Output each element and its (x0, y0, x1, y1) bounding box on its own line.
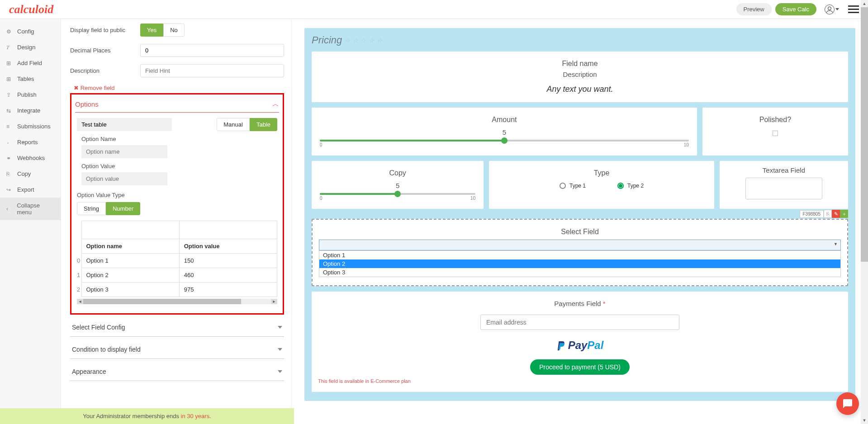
sidebar-item-copy[interactable]: ⎘Copy (0, 166, 61, 182)
manual-btn[interactable]: Manual (217, 118, 250, 131)
display-toggle: Yes No (140, 24, 185, 37)
sidebar-item-submissions[interactable]: ≡Submissions (0, 118, 61, 134)
chat-fab[interactable] (836, 392, 859, 415)
save-button[interactable]: Save Calc (775, 3, 816, 15)
accordion-label: Select Field Config (72, 324, 125, 331)
polished-checkbox[interactable] (773, 131, 778, 136)
field-id-badge: F398805 (800, 210, 824, 218)
textarea-input[interactable] (745, 178, 822, 199)
decimal-label: Decimal Places (70, 47, 140, 54)
paypal-logo: PayPal (318, 339, 842, 352)
fieldname-anytext: Any text you want. (318, 85, 842, 94)
table-name-input[interactable] (77, 118, 172, 131)
sidebar-item-label: Reports (17, 139, 38, 146)
sidebar-item-tables[interactable]: ⊞Tables (0, 71, 61, 87)
card-fieldname: Field name Description Any text you want… (312, 52, 848, 102)
sidebar-item-label: Copy (17, 170, 31, 177)
hscroll-track[interactable] (83, 299, 271, 304)
dropdown-option[interactable]: Option 1 (319, 251, 840, 259)
table-row[interactable]: 1 Option 2 460 (77, 268, 277, 283)
card-copy: Copy 5 010 (312, 161, 484, 209)
dropdown-option[interactable]: Option 2 (319, 259, 840, 268)
options-table: Option name Option value 0 Option 1 150 … (77, 221, 277, 297)
card-select[interactable]: F398805 ⎘ ✎ ＋ Select Field Option 1 Opti… (312, 219, 848, 286)
table-row[interactable]: 2 Option 3 975 (77, 283, 277, 297)
textarea-label: Textarea Field (724, 166, 844, 174)
sidebar-item-export[interactable]: ↪Export (0, 182, 61, 198)
integrate-icon: ⇆ (6, 108, 13, 114)
scroll-thumb[interactable] (861, 7, 868, 262)
sidebar-item-publish[interactable]: ⇪Publish (0, 87, 61, 103)
desc-input[interactable] (140, 64, 284, 77)
edit-field-button[interactable]: ✎ (832, 210, 840, 218)
string-btn[interactable]: String (77, 202, 106, 215)
membership-bar: Your Administrator membership ends in 30… (0, 408, 294, 424)
accordion-appearance[interactable]: Appearance (70, 363, 284, 381)
dropdown-list: Option 1 Option 2 Option 3 (319, 250, 841, 277)
sidebar-item-label: Design (17, 44, 35, 51)
filter-value-input[interactable] (184, 225, 272, 235)
user-icon (825, 5, 835, 14)
sidebar-item-reports[interactable]: ⬪Reports (0, 134, 61, 150)
row-index: 1 (77, 268, 81, 283)
opt-type-label: Option Value Type (77, 192, 277, 198)
accordion-config[interactable]: Select Field Config (70, 318, 284, 337)
display-no[interactable]: No (163, 24, 185, 37)
hscrollbar[interactable]: ◄ ► (77, 299, 277, 304)
radio-type2[interactable]: Type 2 (617, 182, 644, 189)
scroll-down-arrow[interactable]: ▼ (861, 417, 868, 424)
remove-field-link[interactable]: ✖ Remove field (74, 85, 284, 91)
logo[interactable]: calculoid (9, 3, 53, 16)
table-btn[interactable]: Table (250, 118, 277, 131)
proceed-button[interactable]: Proceed to payment (5 USD) (530, 359, 630, 375)
sidebar-item-config[interactable]: ⚙Config (0, 24, 61, 39)
opt-value-input[interactable] (81, 172, 167, 185)
copy-slider[interactable]: 5 010 (318, 182, 477, 201)
rating-stars[interactable]: ☆ ☆ ☆ ☆ ☆ (345, 37, 382, 44)
cell-value: 150 (179, 254, 277, 268)
hscroll-right[interactable]: ► (271, 299, 277, 304)
user-menu[interactable] (825, 5, 839, 14)
accordion-label: Appearance (72, 368, 106, 375)
sidebar-item-integrate[interactable]: ⇆Integrate (0, 103, 61, 118)
sidebar-item-design[interactable]: 𝑇Design (0, 39, 61, 55)
card-textarea: Textarea Field (720, 161, 848, 209)
header-row: Option name Option value (77, 239, 277, 254)
polished-label: Polished? (709, 116, 842, 124)
table-row[interactable]: 0 Option 1 150 (77, 254, 277, 268)
page-scrollbar[interactable]: ▲ ▼ (861, 0, 868, 424)
sidebar-item-webhooks[interactable]: ⚭Webhooks (0, 150, 61, 166)
chevron-up-icon: ︿ (272, 100, 279, 108)
hscroll-thumb[interactable] (83, 299, 241, 304)
accordion-condition[interactable]: Condition to display field (70, 340, 284, 359)
required-star: * (603, 300, 606, 307)
options-header[interactable]: Options ︿ (75, 98, 279, 113)
remove-field-text: Remove field (81, 85, 115, 91)
reports-icon: ⬪ (6, 139, 13, 146)
sidebar-item-label: Export (17, 186, 34, 193)
hamburger-menu[interactable] (848, 4, 859, 15)
add-field-button[interactable]: ＋ (840, 210, 848, 218)
decimal-input[interactable] (140, 44, 284, 57)
select-badges: F398805 ⎘ ✎ ＋ (800, 210, 848, 218)
email-input[interactable] (480, 315, 679, 330)
filter-name-input[interactable] (86, 225, 175, 235)
display-yes[interactable]: Yes (140, 24, 163, 37)
cell-name: Option 2 (81, 268, 179, 283)
radio-type1[interactable]: Type 1 (560, 182, 586, 189)
dropdown-option[interactable]: Option 3 (319, 268, 840, 277)
card-type: Type Type 1 Type 2 (489, 161, 714, 209)
sidebar-collapse[interactable]: ‹Collapse menu (0, 198, 61, 220)
copy-field-button[interactable]: ⎘ (824, 210, 832, 218)
card-payments: Payments Field * PayPal Proceed to payme… (312, 292, 848, 392)
preview-button[interactable]: Preview (736, 3, 772, 15)
hscroll-left[interactable]: ◄ (77, 299, 83, 304)
radio-label: Type 2 (627, 183, 644, 189)
select-dropdown[interactable] (319, 240, 841, 250)
sidebar-item-addfield[interactable]: ⊞Add Field (0, 55, 61, 71)
opt-name-input[interactable] (81, 145, 167, 158)
sidebar-item-label: Submissions (17, 123, 51, 130)
amount-slider[interactable]: 5 010 (318, 128, 691, 147)
number-btn[interactable]: Number (106, 202, 140, 215)
scroll-up-arrow[interactable]: ▲ (861, 0, 868, 7)
